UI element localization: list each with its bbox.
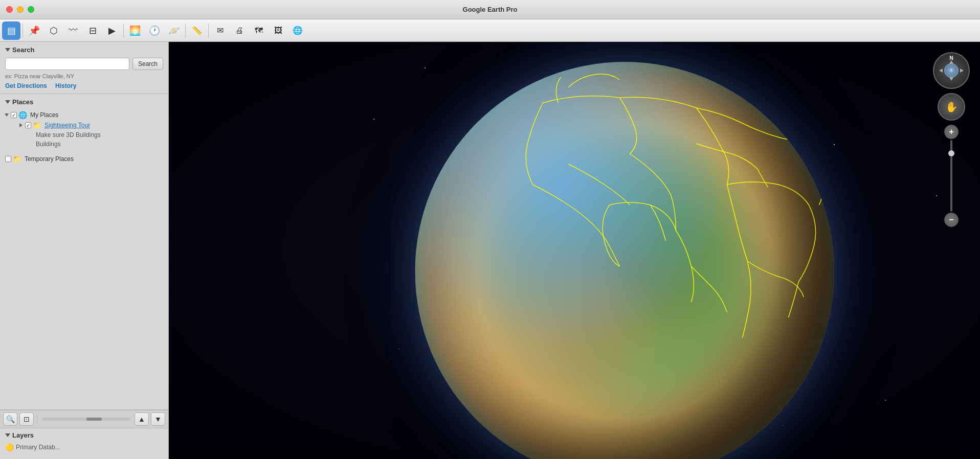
history-link[interactable]: History xyxy=(55,82,76,89)
places-section: Places ✓ 🌐 My Places xyxy=(0,94,168,410)
temporary-places-label: Temporary Places xyxy=(25,155,74,163)
search-places-icon: 🔍 xyxy=(6,415,15,423)
minimize-button[interactable] xyxy=(17,6,24,13)
star-6 xyxy=(399,349,399,349)
compass-up-arrow[interactable] xyxy=(949,60,953,64)
layers-section: Layers 🟡 Primary Datab... xyxy=(0,428,168,459)
scroll-track xyxy=(42,418,130,421)
pan-control[interactable]: ✋ xyxy=(938,93,965,121)
toolbar-separator-4 xyxy=(208,24,209,38)
my-places-row: ✓ 🌐 My Places xyxy=(5,111,101,119)
map-area[interactable]: N 👁 ✋ + − xyxy=(169,42,980,459)
toolbar-separator-1 xyxy=(23,24,23,38)
move-down-icon: ▼ xyxy=(154,415,162,423)
country-borders-svg xyxy=(415,62,834,459)
places-collapse-icon[interactable] xyxy=(5,100,10,104)
panel-bottom-toolbar: 🔍 ⊡ ▲ ▼ xyxy=(0,410,168,428)
add-placemark-button[interactable]: 📌 xyxy=(25,21,43,40)
navigation-controls: N 👁 ✋ + − xyxy=(933,52,970,227)
places-title: Places xyxy=(12,98,33,106)
search-places-button[interactable]: 🔍 xyxy=(3,412,17,426)
sightseeing-checkbox[interactable]: ✓ xyxy=(25,122,31,128)
tree-sub-item-buildings: Buildings xyxy=(36,140,101,149)
copy-image-button[interactable]: 🖼 xyxy=(269,21,287,40)
my-places-children: ✓ 📁 Sightseeing Tour Make sure 3D Buildi… xyxy=(19,120,101,150)
ruler-icon: 📏 xyxy=(192,26,202,35)
search-links: Get Directions History xyxy=(5,82,163,89)
email-button[interactable]: ✉ xyxy=(211,21,229,40)
scroll-thumb[interactable] xyxy=(86,418,102,421)
record-tour-button[interactable]: ▶ xyxy=(103,21,121,40)
sightseeing-chevron[interactable] xyxy=(19,123,23,127)
earth-button[interactable]: 🌐 xyxy=(288,21,307,40)
zoom-in-button[interactable]: + xyxy=(944,125,959,139)
my-places-check-mark: ✓ xyxy=(12,112,16,118)
move-down-button[interactable]: ▼ xyxy=(151,412,165,426)
layers-collapse-icon[interactable] xyxy=(5,433,10,437)
get-directions-link[interactable]: Get Directions xyxy=(5,82,47,89)
zoom-track xyxy=(950,140,952,212)
compass-right-arrow[interactable] xyxy=(960,68,964,73)
clock-icon: 🕐 xyxy=(149,25,160,36)
view-toggle-icon: ⊡ xyxy=(24,415,30,423)
earth-icon: 🌐 xyxy=(293,26,303,35)
toolbar-separator-2 xyxy=(123,24,124,38)
path-icon: 〰 xyxy=(69,25,78,36)
sidebar-toggle-button[interactable]: ▤ xyxy=(2,21,20,40)
move-up-button[interactable]: ▲ xyxy=(135,412,149,426)
historical-imagery-button[interactable]: 🕐 xyxy=(145,21,164,40)
compass-left-arrow[interactable] xyxy=(939,68,943,73)
zoom-out-button[interactable]: − xyxy=(944,213,959,227)
sky-button[interactable]: 🪐 xyxy=(165,21,183,40)
star-10 xyxy=(783,425,783,426)
polygon-icon: ⬡ xyxy=(50,25,58,36)
temporary-checkbox[interactable] xyxy=(5,156,11,162)
compass[interactable]: N 👁 xyxy=(933,52,970,89)
view-toggle-button[interactable]: ⊡ xyxy=(19,412,34,426)
my-places-chevron[interactable] xyxy=(5,113,9,117)
ruler-button[interactable]: 📏 xyxy=(188,21,206,40)
close-button[interactable] xyxy=(6,6,13,13)
search-collapse-icon[interactable] xyxy=(5,48,10,52)
tree-item-my-places: ✓ 🌐 My Places xyxy=(5,110,163,151)
zoom-control: + − xyxy=(944,125,959,227)
search-button[interactable]: Search xyxy=(132,58,163,70)
main-content: Search Search ex: Pizza near Clayville, … xyxy=(0,42,980,459)
search-header: Search xyxy=(5,46,163,54)
search-example-text: ex: Pizza near Clayville, NY xyxy=(5,73,163,79)
toolbar-separator-3 xyxy=(185,24,186,38)
add-path-button[interactable]: 〰 xyxy=(64,21,82,40)
star-9 xyxy=(373,119,374,120)
sightseeing-check-mark: ✓ xyxy=(26,123,30,128)
pan-icon: ✋ xyxy=(945,101,958,113)
overlay-icon: ⊟ xyxy=(89,25,97,36)
planet-icon: 🪐 xyxy=(168,25,180,36)
temporary-places-row: 📁 Temporary Places xyxy=(5,155,74,163)
add-polygon-button[interactable]: ⬡ xyxy=(44,21,63,40)
sightseeing-tour-label[interactable]: Sightseeing Tour xyxy=(44,122,90,129)
maximize-button[interactable] xyxy=(28,6,34,13)
view-in-maps-button[interactable]: 🗺 xyxy=(250,21,268,40)
add-overlay-button[interactable]: ⊟ xyxy=(83,21,102,40)
search-title: Search xyxy=(12,46,34,54)
zoom-thumb[interactable] xyxy=(948,150,954,156)
layers-title: Layers xyxy=(12,431,34,439)
sidebar-toggle-icon: ▤ xyxy=(7,25,16,36)
sightseeing-folder-icon: 📁 xyxy=(33,121,41,129)
layers-first-item-label: Primary Datab... xyxy=(16,444,60,451)
record-icon: ▶ xyxy=(108,25,116,36)
left-panel: Search Search ex: Pizza near Clayville, … xyxy=(0,42,169,459)
compass-arrows xyxy=(934,53,969,88)
window-title: Google Earth Pro xyxy=(463,6,518,13)
my-places-globe-icon: 🌐 xyxy=(18,111,27,119)
search-input[interactable] xyxy=(5,58,129,70)
traffic-lights xyxy=(6,6,34,13)
print-button[interactable]: 🖨 xyxy=(230,21,249,40)
print-icon: 🖨 xyxy=(235,26,243,35)
star-1 xyxy=(425,67,426,68)
compass-down-arrow[interactable] xyxy=(949,77,953,81)
sunlight-button[interactable]: 🌅 xyxy=(126,21,144,40)
sunlight-icon: 🌅 xyxy=(129,25,141,36)
my-places-checkbox[interactable]: ✓ xyxy=(11,112,17,118)
temporary-folder-icon: 📁 xyxy=(13,155,21,163)
